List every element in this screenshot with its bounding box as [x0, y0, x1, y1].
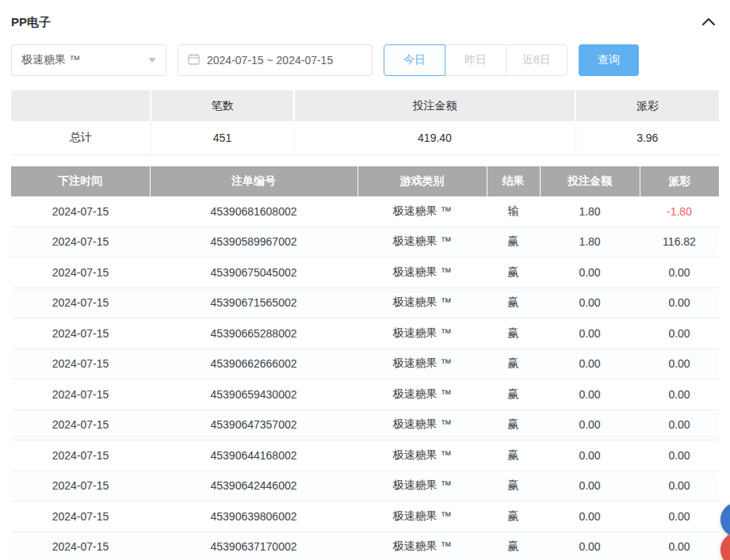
table-cell: 0.00 — [540, 257, 640, 288]
table-cell: 极速糖果 ™ — [357, 501, 487, 532]
table-cell: 0.00 — [640, 440, 719, 471]
detail-header-bet-time: 下注时间 — [11, 166, 150, 196]
table-cell: 0.00 — [540, 288, 640, 318]
summary-total-payout: 3.96 — [575, 121, 719, 154]
table-cell: 0.00 — [640, 349, 719, 379]
table-cell: 极速糖果 ™ — [357, 288, 487, 318]
table-cell: 45390637170002 — [150, 531, 357, 560]
table-cell: 0.00 — [540, 410, 640, 440]
panel-header: PP电子 — [11, 8, 719, 36]
table-cell: 45390589967002 — [150, 227, 357, 257]
detail-header-payout: 派彩 — [640, 166, 719, 196]
table-row: 2024-07-1545390644168002极速糖果 ™赢0.000.00 — [11, 440, 719, 471]
table-row: 2024-07-1545390589967002极速糖果 ™赢1.80116.8… — [11, 227, 719, 257]
table-cell: 0.00 — [640, 501, 719, 532]
summary-header-count: 笔数 — [151, 90, 294, 121]
chevron-down-icon — [148, 58, 156, 63]
summary-header-row: 笔数 投注金额 派彩 — [11, 90, 719, 121]
floating-button-blue[interactable] — [720, 502, 730, 537]
table-cell: 0.00 — [640, 288, 719, 318]
table-row: 2024-07-1545390647357002极速糖果 ™赢0.000.00 — [11, 410, 719, 440]
table-cell: 45390659430002 — [150, 379, 357, 410]
summary-header-empty — [11, 90, 151, 121]
table-cell: 0.00 — [540, 318, 640, 349]
table-cell: 赢 — [487, 440, 540, 471]
table-cell: 极速糖果 ™ — [357, 257, 487, 288]
table-cell: 0.00 — [640, 531, 719, 560]
table-cell: 2024-07-15 — [11, 288, 150, 318]
table-cell: 45390665288002 — [150, 318, 357, 349]
table-row: 2024-07-1545390642446002极速糖果 ™赢0.000.00 — [11, 470, 719, 501]
table-cell: 0.00 — [640, 470, 719, 501]
table-cell: 赢 — [487, 288, 540, 318]
table-cell: 1.80 — [540, 227, 640, 257]
table-cell: 0.00 — [540, 349, 640, 379]
summary-total-bet-amount: 419.40 — [294, 121, 575, 154]
table-cell: 赢 — [487, 257, 540, 288]
table-cell: 极速糖果 ™ — [357, 227, 487, 257]
search-button[interactable]: 查询 — [579, 44, 639, 76]
detail-header-game-type: 游戏类别 — [357, 166, 487, 196]
table-cell: 0.00 — [540, 470, 640, 501]
chevron-up-icon — [701, 16, 716, 29]
table-cell: 极速糖果 ™ — [357, 379, 487, 410]
range-button-yesterday[interactable]: 昨日 — [445, 44, 506, 76]
table-cell: 赢 — [487, 531, 540, 560]
table-cell: 2024-07-15 — [11, 196, 150, 227]
table-cell: 45390675045002 — [150, 257, 357, 288]
table-row: 2024-07-1545390637170002极速糖果 ™赢0.000.00 — [11, 531, 719, 560]
table-cell: 极速糖果 ™ — [357, 531, 487, 560]
detail-header-bet-amount: 投注金额 — [540, 166, 640, 196]
table-cell: 45390671565002 — [150, 288, 357, 318]
table-cell: 45390662666002 — [150, 349, 357, 379]
table-row: 2024-07-1545390681608002极速糖果 ™输1.80-1.80 — [11, 196, 719, 227]
table-cell: 2024-07-15 — [11, 349, 150, 379]
page-title: PP电子 — [11, 15, 51, 30]
table-cell: 2024-07-15 — [11, 257, 150, 288]
table-cell: 0.00 — [640, 379, 719, 410]
table-cell: 输 — [487, 196, 540, 227]
table-cell: 赢 — [487, 470, 540, 501]
summary-total-label: 总计 — [11, 121, 151, 154]
table-cell: 0.00 — [540, 501, 640, 532]
table-cell: 2024-07-15 — [11, 379, 150, 410]
table-cell: 45390681608002 — [150, 196, 357, 227]
detail-table: 下注时间 注单编号 游戏类别 结果 投注金额 派彩 2024-07-154539… — [11, 166, 719, 560]
range-button-today[interactable]: 今日 — [384, 44, 445, 76]
filter-bar: 极速糖果 ™ 2024-07-15 ~ 2024-07-15 今日 昨日 近8日… — [11, 44, 719, 76]
table-row: 2024-07-1545390675045002极速糖果 ™赢0.000.00 — [11, 257, 719, 288]
table-cell: 0.00 — [640, 318, 719, 349]
table-cell: 赢 — [487, 379, 540, 410]
date-range-input[interactable]: 2024-07-15 ~ 2024-07-15 — [178, 44, 373, 76]
table-cell: 2024-07-15 — [11, 470, 150, 501]
table-cell: 2024-07-15 — [11, 531, 150, 560]
table-cell: 116.82 — [640, 227, 719, 257]
detail-header-result: 结果 — [487, 166, 540, 196]
table-row: 2024-07-1545390659430002极速糖果 ™赢0.000.00 — [11, 379, 719, 410]
table-cell: 极速糖果 ™ — [357, 318, 487, 349]
table-cell: 0.00 — [540, 379, 640, 410]
table-cell: -1.80 — [640, 196, 719, 227]
collapse-panel-button[interactable] — [698, 13, 719, 32]
floating-button-red[interactable] — [720, 532, 730, 560]
table-cell: 2024-07-15 — [11, 410, 150, 440]
table-cell: 0.00 — [640, 410, 719, 440]
table-cell: 45390647357002 — [150, 410, 357, 440]
table-cell: 2024-07-15 — [11, 501, 150, 532]
summary-table: 笔数 投注金额 派彩 总计 451 419.40 3.96 — [11, 90, 719, 155]
summary-header-payout: 派彩 — [575, 90, 719, 121]
game-select[interactable]: 极速糖果 ™ — [11, 44, 166, 76]
range-button-last8days[interactable]: 近8日 — [506, 44, 568, 76]
table-cell: 极速糖果 ™ — [357, 470, 487, 501]
table-cell: 2024-07-15 — [11, 227, 150, 257]
detail-header-row: 下注时间 注单编号 游戏类别 结果 投注金额 派彩 — [11, 166, 719, 196]
calendar-icon — [188, 53, 200, 67]
date-range-value: 2024-07-15 ~ 2024-07-15 — [207, 54, 333, 67]
game-select-value: 极速糖果 ™ — [21, 53, 80, 67]
summary-total-row: 总计 451 419.40 3.96 — [11, 121, 719, 154]
table-cell: 极速糖果 ™ — [357, 349, 487, 379]
table-cell: 赢 — [487, 501, 540, 532]
summary-total-count: 451 — [151, 121, 294, 154]
detail-table-body: 2024-07-1545390681608002极速糖果 ™输1.80-1.80… — [11, 196, 719, 560]
table-cell: 极速糖果 ™ — [357, 410, 487, 440]
